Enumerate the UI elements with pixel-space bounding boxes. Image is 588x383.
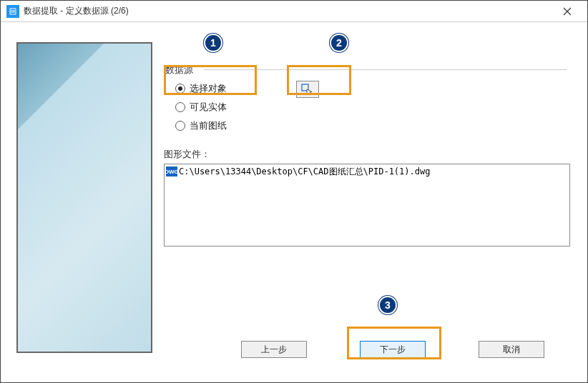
dialog-content: 数据源 选择对象 可见实体 当前图纸 [1, 22, 587, 382]
radio-icon [175, 102, 185, 112]
drawing-files-label: 图形文件： [164, 148, 572, 161]
preview-panel [16, 42, 152, 353]
dwg-file-icon: DWG [166, 166, 177, 176]
button-row: 上一步 下一步 取消 [164, 341, 572, 358]
data-source-radio-group: 选择对象 可见实体 当前图纸 [175, 79, 572, 135]
window-title: 数据提取 - 定义数据源 (2/6) [24, 5, 553, 17]
drawing-files-list[interactable]: DWG C:\Users\13344\Desktop\CF\CAD图纸汇总\PI… [164, 164, 570, 247]
radio-icon [175, 84, 185, 94]
annotation-badge-2: 2 [330, 34, 348, 52]
radio-label: 可见实体 [190, 101, 227, 114]
radio-select-objects[interactable]: 选择对象 [175, 79, 572, 98]
right-area: 数据源 选择对象 可见实体 当前图纸 [164, 42, 572, 247]
app-icon [6, 5, 19, 18]
fieldset-divider [204, 69, 567, 70]
titlebar: 数据提取 - 定义数据源 (2/6) [1, 1, 587, 22]
close-icon [563, 7, 572, 16]
annotation-badge-3: 3 [378, 296, 397, 314]
select-objects-button[interactable] [296, 81, 319, 98]
page-curl-decoration [18, 44, 104, 129]
annotation-badge-1: 1 [204, 34, 222, 52]
cancel-button[interactable]: 取消 [479, 341, 544, 358]
next-button[interactable]: 下一步 [360, 341, 426, 358]
radio-visible-entities[interactable]: 可见实体 [175, 98, 572, 116]
dialog-window: 数据提取 - 定义数据源 (2/6) 数据源 选择对象 可见实体 [0, 0, 588, 383]
radio-icon [175, 121, 185, 131]
select-cursor-icon [300, 83, 315, 96]
prev-button[interactable]: 上一步 [241, 341, 307, 358]
radio-label: 当前图纸 [190, 119, 227, 132]
radio-current-drawing[interactable]: 当前图纸 [175, 116, 572, 135]
list-item[interactable]: DWG C:\Users\13344\Desktop\CF\CAD图纸汇总\PI… [165, 165, 569, 178]
radio-label: 选择对象 [190, 82, 227, 95]
data-source-fieldset: 数据源 选择对象 可见实体 当前图纸 [164, 42, 572, 135]
close-button[interactable] [553, 1, 582, 22]
data-source-legend: 数据源 [165, 64, 193, 76]
file-path: C:\Users\13344\Desktop\CF\CAD图纸汇总\PID-1(… [179, 166, 430, 178]
